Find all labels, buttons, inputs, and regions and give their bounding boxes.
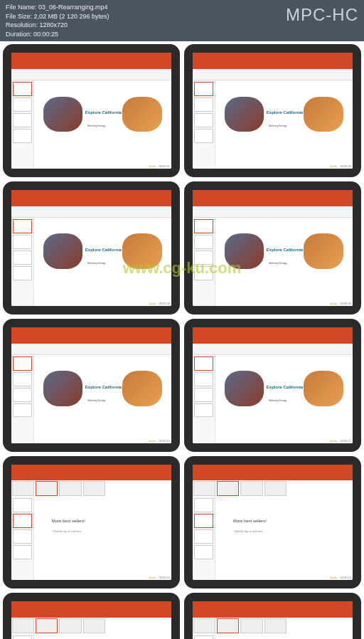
- slide-thumbs: [11, 218, 34, 306]
- lynda-watermark: lynda: [149, 302, 156, 305]
- ppt-ribbon: [11, 327, 171, 344]
- ppt-ribbon: [193, 601, 353, 618]
- duration-label: Duration:: [6, 31, 32, 38]
- ppt-ribbon: [193, 465, 353, 481]
- thumb-row: [193, 618, 353, 634]
- lynda-watermark: lynda: [330, 164, 337, 168]
- ppt-tabs: [193, 344, 353, 355]
- slide-thumbs: [193, 355, 215, 443]
- filesize-label: File Size:: [6, 13, 32, 20]
- thumb-1: [13, 82, 32, 96]
- timestamp: 00:00:12: [340, 439, 351, 443]
- slide-title: Explore California: [267, 110, 303, 115]
- thumb-2: [13, 97, 32, 112]
- ppt-ribbon: [11, 465, 171, 481]
- duration-value: 00:00:25: [33, 31, 58, 38]
- slide-subtitle: Marketing Strategy: [87, 125, 105, 127]
- bridge-image: [304, 97, 343, 132]
- ppt-ribbon: [11, 53, 171, 69]
- ppt-ribbon: [193, 190, 353, 206]
- slide-title: Explore California: [267, 248, 303, 252]
- slide-subtitle: Marketing Strategy: [87, 262, 105, 265]
- slide-title: Explore California: [85, 248, 122, 252]
- slide-thumbs: [193, 218, 215, 306]
- resolution-value: 1280x720: [40, 21, 68, 28]
- ppt-tabs: [11, 69, 171, 80]
- slide-canvas: More best sellers! • Double tap to add t…: [215, 634, 353, 639]
- frame-3[interactable]: Explore California Marketing Strategy ly…: [3, 181, 180, 315]
- hoodie-image: [225, 233, 264, 268]
- frame-4[interactable]: Explore California Marketing Strategy ly…: [184, 181, 361, 315]
- frame-8[interactable]: More best sellers! • Double tap to add t…: [184, 456, 361, 589]
- lynda-watermark: lynda: [149, 439, 156, 443]
- resolution-label: Resolution:: [6, 21, 38, 28]
- ppt-ribbon: [193, 53, 353, 69]
- ppt-ribbon: [11, 190, 171, 206]
- slide-thumbs: [193, 80, 215, 169]
- bridge-image: [122, 371, 162, 406]
- slide-title: Explore California: [85, 385, 122, 389]
- lynda-watermark: lynda: [330, 576, 337, 579]
- file-info: File Name: 03_06-Rearranging.mp4 File Si…: [6, 3, 286, 38]
- slide-canvas: Explore California Marketing Strategy: [215, 218, 353, 306]
- timestamp: 00:00:10: [159, 439, 170, 443]
- ppt-ribbon: [193, 327, 353, 344]
- slide-thumbs: [11, 80, 34, 169]
- frame-2[interactable]: Explore California Marketing Strategy ly…: [184, 44, 361, 177]
- slide-canvas: More best sellers! • Double tap to add t…: [215, 497, 353, 580]
- slide-subtitle: Marketing Strategy: [269, 399, 287, 402]
- ppt-ribbon: [11, 601, 171, 618]
- text-heading: More best sellers!: [52, 519, 154, 523]
- slide-canvas: Explore California Marketing Strategy: [34, 218, 172, 306]
- ppt-tabs: [11, 344, 171, 355]
- timestamp: 00:00:06: [159, 302, 170, 305]
- frame-6[interactable]: Explore California Marketing Strategy ly…: [184, 319, 361, 452]
- hoodie-image: [225, 371, 264, 406]
- timestamp: 00:00:13: [159, 576, 170, 579]
- ppt-tabs: [193, 206, 353, 218]
- thumbnail-grid: Explore California Marketing Strategy ly…: [0, 41, 364, 639]
- thumb-4: [13, 129, 32, 143]
- bridge-image: [304, 371, 343, 406]
- timestamp: 00:00:08: [340, 302, 351, 305]
- frame-7[interactable]: More best sellers! • Double tap to add t…: [3, 456, 180, 589]
- bridge-image: [304, 233, 343, 268]
- lynda-watermark: lynda: [149, 576, 156, 579]
- thumb-2: [194, 97, 213, 112]
- timestamp: 00:00:15: [340, 576, 351, 579]
- hoodie-image: [43, 233, 83, 268]
- frame-9[interactable]: More best sellers! • Double tap to add t…: [3, 593, 180, 639]
- thumb-3: [194, 113, 213, 127]
- frame-1[interactable]: Explore California Marketing Strategy ly…: [3, 44, 180, 177]
- slide-canvas: Explore California Marketing Strategy: [215, 355, 353, 443]
- thumb-3: [13, 113, 32, 127]
- slide-thumbs: [11, 634, 34, 639]
- text-bullet: • Double tap to add text: [52, 529, 154, 533]
- bridge-image: [122, 233, 162, 268]
- app-name: MPC-HC: [286, 3, 358, 27]
- slide-canvas: Explore California Marketing Strategy: [34, 80, 172, 169]
- hoodie-image: [225, 97, 264, 132]
- thumb-1: [194, 82, 213, 96]
- slide-canvas: Explore California Marketing Strategy: [215, 80, 353, 169]
- slide-canvas: More best sellers! • Double tap to add t…: [34, 634, 172, 639]
- frame-5[interactable]: Explore California Marketing Strategy ly…: [3, 319, 180, 452]
- slide-thumbs: [193, 634, 215, 639]
- lynda-watermark: lynda: [149, 164, 156, 168]
- slide-subtitle: Marketing Strategy: [269, 262, 287, 265]
- thumb-row: [193, 480, 353, 497]
- text-bullet: • Double tap to add text: [233, 529, 335, 533]
- thumb-row: [11, 618, 171, 634]
- ppt-tabs: [193, 69, 353, 80]
- text-heading: More best sellers!: [233, 519, 335, 523]
- ppt-tabs: [11, 206, 171, 218]
- slide-canvas: More best sellers! • Double tap to add t…: [34, 497, 172, 580]
- filesize-value: 2,02 MB (2 120 296 bytes): [34, 13, 109, 20]
- player-header: File Name: 03_06-Rearranging.mp4 File Si…: [0, 0, 364, 41]
- filename-label: File Name:: [6, 4, 37, 11]
- lynda-watermark: lynda: [330, 302, 337, 305]
- lynda-watermark: lynda: [330, 439, 337, 443]
- slide-thumbs: [11, 497, 34, 580]
- hoodie-image: [43, 97, 83, 132]
- frame-10[interactable]: More best sellers! • Double tap to add t…: [184, 593, 361, 639]
